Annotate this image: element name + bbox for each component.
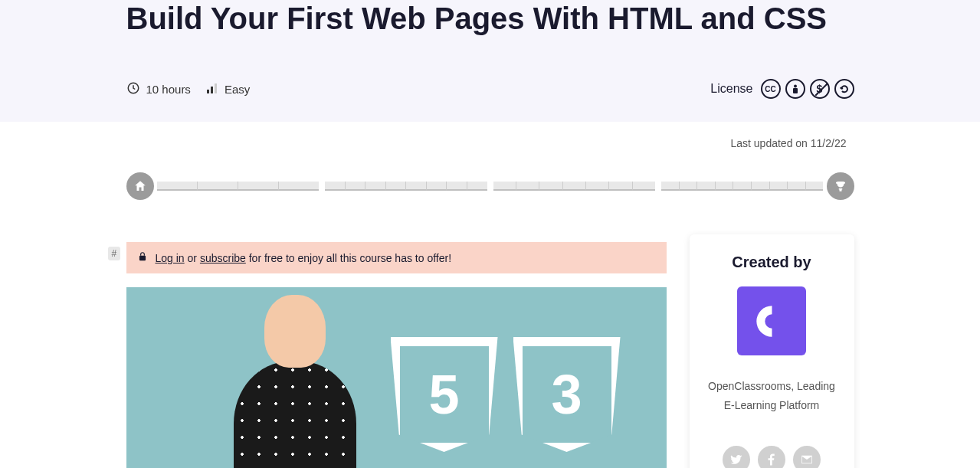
progress-segment[interactable] [493, 182, 516, 191]
svg-rect-2 [211, 87, 213, 93]
svg-rect-5 [793, 88, 798, 93]
progress-segment[interactable] [633, 182, 655, 191]
progress-segment[interactable] [467, 182, 487, 191]
progress-segment[interactable] [680, 182, 698, 191]
progress-segment[interactable] [716, 182, 734, 191]
progress-segment[interactable] [386, 182, 407, 191]
difficulty: Easy [206, 82, 250, 97]
share-twitter-button[interactable] [723, 446, 750, 468]
progress-segment[interactable] [365, 182, 386, 191]
progress-segment-group [661, 182, 824, 191]
progress-segment[interactable] [279, 182, 319, 191]
login-alert: Log in or subscribe for free to enjoy al… [126, 242, 667, 273]
license-label: License [710, 82, 752, 96]
svg-rect-3 [215, 83, 217, 93]
instructor-image [218, 295, 372, 468]
progress-segment[interactable] [516, 182, 539, 191]
progress-segment[interactable] [406, 182, 427, 191]
subscribe-link[interactable]: subscribe [200, 252, 246, 264]
last-updated: Last updated on 11/2/22 [126, 137, 854, 149]
cc-by-icon[interactable] [785, 79, 805, 99]
progress-segment[interactable] [157, 182, 198, 191]
progress-segment[interactable] [325, 182, 346, 191]
sidebar-heading: Created by [705, 254, 839, 271]
progress-segment[interactable] [346, 182, 366, 191]
duration: 10 hours [126, 81, 191, 97]
progress-segment-group [157, 182, 320, 191]
creator-logo[interactable] [737, 286, 806, 355]
progress-segment[interactable] [661, 182, 680, 191]
progress-segment[interactable] [238, 182, 279, 191]
cc-icon[interactable]: CC [761, 79, 781, 99]
progress-segment[interactable] [427, 182, 447, 191]
progress-segment-group [325, 182, 487, 191]
difficulty-text: Easy [225, 83, 250, 96]
course-video-hero[interactable]: 5 3 [126, 287, 667, 468]
progress-segment[interactable] [539, 182, 562, 191]
clock-icon [126, 81, 140, 97]
cc-sa-icon[interactable] [834, 79, 854, 99]
cc-nc-icon[interactable]: $ [810, 79, 830, 99]
progress-segment[interactable] [806, 182, 824, 191]
progress-segment[interactable] [770, 182, 788, 191]
creator-sidebar: Created by OpenClassrooms, Leading E-Lea… [690, 234, 854, 468]
lock-icon [137, 251, 148, 264]
bars-icon [206, 82, 218, 97]
progress-segment-group [493, 182, 656, 191]
progress-segment[interactable] [697, 182, 716, 191]
svg-rect-1 [207, 90, 209, 93]
html5-shield-icon: 5 [391, 337, 498, 452]
svg-point-4 [794, 85, 797, 88]
home-progress-button[interactable] [126, 172, 154, 200]
progress-segment[interactable] [609, 182, 632, 191]
share-email-button[interactable] [793, 446, 821, 468]
progress-segment[interactable] [563, 182, 586, 191]
share-facebook-button[interactable] [758, 446, 785, 468]
trophy-progress-button[interactable] [827, 172, 854, 200]
progress-segment[interactable] [788, 182, 806, 191]
progress-bar [126, 172, 854, 200]
progress-segment[interactable] [733, 182, 752, 191]
progress-segment[interactable] [198, 182, 238, 191]
css3-shield-icon: 3 [513, 337, 621, 452]
progress-segment[interactable] [447, 182, 467, 191]
svg-rect-6 [139, 256, 145, 260]
page-title: Build Your First Web Pages With HTML and… [126, 0, 854, 37]
creator-name: OpenClassrooms, Leading E-Learning Platf… [705, 377, 839, 415]
license: License CC $ [710, 79, 854, 99]
duration-text: 10 hours [146, 83, 191, 96]
progress-segment[interactable] [752, 182, 770, 191]
meta-row: 10 hours Easy License CC $ [126, 79, 854, 99]
login-link[interactable]: Log in [156, 252, 185, 264]
alert-text: Log in or subscribe for free to enjoy al… [156, 252, 452, 264]
hash-anchor[interactable]: # [108, 247, 121, 260]
progress-segment[interactable] [586, 182, 609, 191]
